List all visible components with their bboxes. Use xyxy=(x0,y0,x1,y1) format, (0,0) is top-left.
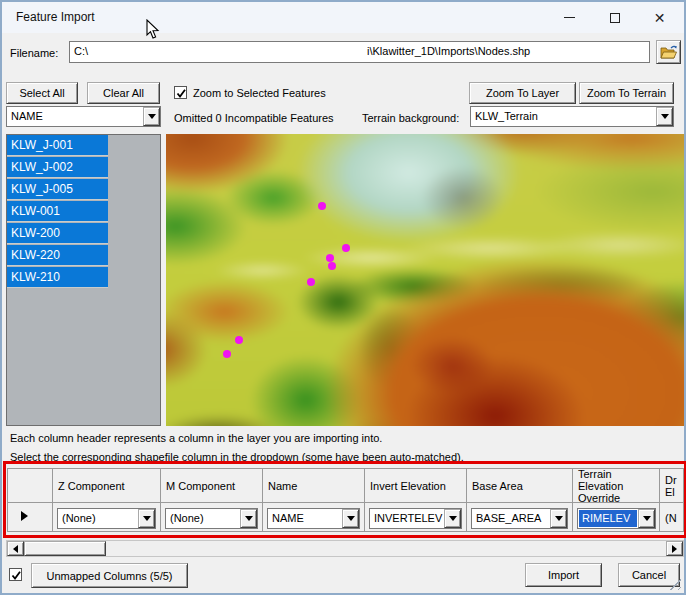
invert-elevation-combo[interactable]: INVERTELEV xyxy=(369,508,462,529)
combo-value: NAME xyxy=(269,510,341,527)
column-header xyxy=(8,469,52,503)
combo-value: BASE_AREA xyxy=(473,510,549,527)
feature-point xyxy=(235,336,243,344)
zoom-to-layer-button[interactable]: Zoom To Layer xyxy=(469,82,576,104)
list-item[interactable]: KLW-200 xyxy=(7,223,108,244)
column-invert-elevation: Invert Elevation INVERTELEV xyxy=(365,469,467,531)
column-base-area: Base Area BASE_AREA xyxy=(467,469,573,531)
column-m-component: M Component (None) xyxy=(161,469,263,531)
scroll-right-button[interactable] xyxy=(666,541,683,556)
column-header: Name xyxy=(263,469,364,503)
chevron-down-icon[interactable] xyxy=(550,509,567,528)
clear-all-button[interactable]: Clear All xyxy=(87,82,160,104)
combo-value: (None) xyxy=(167,510,239,527)
close-icon: ✕ xyxy=(654,11,666,25)
list-item[interactable]: KLW-001 xyxy=(7,201,108,222)
row-selector-column xyxy=(8,469,53,531)
filename-input[interactable]: C:\ i\Klawitter_1D\Imports\Nodes.shp xyxy=(69,41,650,63)
select-all-button[interactable]: Select All xyxy=(6,82,78,104)
zoom-to-selected-checkbox[interactable] xyxy=(174,86,187,99)
filename-label: Filename: xyxy=(10,47,58,59)
terrain-map-preview[interactable] xyxy=(166,134,684,426)
feature-list[interactable]: KLW_J-001 KLW_J-002 KLW_J-005 KLW-001 KL… xyxy=(6,134,161,426)
titlebar[interactable]: Feature Import ✕ xyxy=(2,2,684,33)
feature-point xyxy=(328,262,336,270)
column-header: Z Component xyxy=(53,469,160,503)
feature-point xyxy=(318,202,326,210)
row-selector-arrow-icon xyxy=(21,511,28,521)
name-field-combo-value: NAME xyxy=(8,108,142,125)
base-area-combo[interactable]: BASE_AREA xyxy=(471,508,568,529)
terrain-background-label: Terrain background: xyxy=(362,112,459,124)
list-item[interactable]: KLW-220 xyxy=(7,245,108,266)
mouse-cursor-icon xyxy=(146,19,162,41)
terrain-hillshade-image xyxy=(166,134,684,426)
feature-point xyxy=(342,244,350,252)
zoom-to-terrain-button[interactable]: Zoom To Terrain xyxy=(579,82,674,104)
column-mapping-table[interactable]: Z Component (None) M Component (None) Na… xyxy=(7,468,684,532)
omitted-features-text: Omitted 0 Incompatible Features xyxy=(174,112,334,124)
column-name: Name NAME xyxy=(263,469,365,531)
terrain-elevation-override-combo[interactable]: RIMELEV xyxy=(577,508,656,529)
chevron-down-icon[interactable] xyxy=(656,107,673,126)
combo-value: (N xyxy=(665,512,677,524)
chevron-down-icon[interactable] xyxy=(143,107,160,126)
m-component-combo[interactable]: (None) xyxy=(165,508,258,529)
window-title: Feature Import xyxy=(16,2,95,33)
combo-value: RIMELEV xyxy=(579,510,637,527)
unmapped-columns-button[interactable]: Unmapped Columns (5/5) xyxy=(31,563,188,588)
filename-value-prefix: C:\ xyxy=(74,45,88,57)
z-component-combo[interactable]: (None) xyxy=(57,508,156,529)
maximize-icon xyxy=(610,13,620,23)
list-item[interactable]: KLW_J-005 xyxy=(7,179,108,200)
chevron-down-icon[interactable] xyxy=(342,509,359,528)
feature-point xyxy=(223,350,231,358)
zoom-to-selected-label: Zoom to Selected Features xyxy=(193,87,326,99)
terrain-background-combo[interactable]: KLW_Terrain xyxy=(470,106,674,127)
minimize-icon xyxy=(564,17,575,18)
instruction-line-1: Each column header represents a column i… xyxy=(10,432,382,444)
list-item[interactable]: KLW_J-002 xyxy=(7,157,108,178)
feature-point xyxy=(307,278,315,286)
chevron-down-icon[interactable] xyxy=(138,509,155,528)
chevron-down-icon[interactable] xyxy=(638,509,655,528)
maximize-button[interactable] xyxy=(592,2,637,33)
import-button[interactable]: Import xyxy=(525,563,602,587)
combo-value: INVERTELEV xyxy=(371,510,443,527)
close-button[interactable]: ✕ xyxy=(637,2,682,33)
column-header: M Component xyxy=(161,469,262,503)
column-z-component: Z Component (None) xyxy=(53,469,161,531)
column-header: Invert Elevation xyxy=(365,469,466,503)
scroll-left-button[interactable] xyxy=(7,541,24,556)
browse-button[interactable] xyxy=(656,40,681,64)
list-item[interactable]: KLW-210 xyxy=(7,267,108,288)
checkmark-icon xyxy=(10,569,23,582)
list-item[interactable]: KLW_J-001 xyxy=(7,135,108,156)
chevron-down-icon[interactable] xyxy=(444,509,461,528)
scrollbar-thumb[interactable] xyxy=(24,541,106,556)
chevron-down-icon[interactable] xyxy=(240,509,257,528)
unmapped-columns-checkbox[interactable] xyxy=(9,568,22,581)
filename-value-suffix: i\Klawitter_1D\Imports\Nodes.shp xyxy=(367,45,530,57)
column-terrain-elevation-override: Terrain Elevation Override RIMELEV xyxy=(573,469,660,531)
column-header: Base Area xyxy=(467,469,572,503)
checkmark-icon xyxy=(175,87,188,100)
cancel-button[interactable]: Cancel xyxy=(618,563,680,587)
column-header: Terrain Elevation Override xyxy=(573,469,659,503)
column-header: Dr El xyxy=(660,469,684,503)
name-field-combo[interactable]: NAME xyxy=(6,106,161,127)
terrain-background-combo-value: KLW_Terrain xyxy=(472,108,655,125)
minimize-button[interactable] xyxy=(547,2,592,33)
open-folder-icon xyxy=(660,45,678,60)
name-combo[interactable]: NAME xyxy=(267,508,360,529)
horizontal-scrollbar[interactable] xyxy=(6,540,684,557)
column-clipped: Dr El (N xyxy=(660,469,684,531)
feature-import-dialog: Feature Import ✕ Filename: C:\ i\Klawitt… xyxy=(0,0,686,595)
combo-value: (None) xyxy=(59,510,137,527)
